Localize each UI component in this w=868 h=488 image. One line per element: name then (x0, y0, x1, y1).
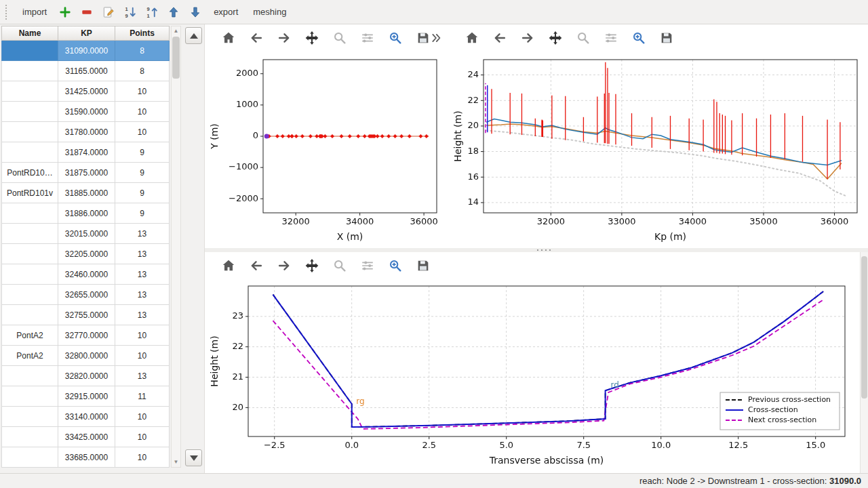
cell-name[interactable] (1, 447, 58, 468)
table-row[interactable]: 32205.000013 (1, 244, 170, 264)
cell-points[interactable]: 11 (115, 386, 170, 407)
customize-button[interactable] (630, 29, 648, 47)
cell-points[interactable]: 10 (115, 427, 170, 447)
cell-name[interactable]: PontA2 (1, 346, 58, 366)
cell-kp[interactable]: 31165.0000 (58, 61, 115, 81)
plan-view-plot[interactable] (206, 52, 445, 247)
cell-kp[interactable]: 31886.0000 (58, 203, 115, 224)
cell-kp[interactable]: 32915.0000 (58, 386, 115, 407)
cross-section-plot[interactable] (206, 279, 857, 472)
cell-points[interactable]: 8 (115, 41, 170, 61)
cell-points[interactable]: 9 (115, 203, 170, 224)
cell-kp[interactable]: 31090.0000 (58, 41, 115, 61)
cell-points[interactable]: 9 (115, 163, 170, 183)
pan-button[interactable] (303, 29, 321, 47)
table-row[interactable]: 33685.000010 (1, 447, 170, 468)
zoom-button[interactable] (331, 257, 349, 274)
cell-points[interactable]: 10 (115, 447, 170, 468)
home-button[interactable] (463, 29, 481, 47)
cell-points[interactable]: 10 (115, 102, 170, 122)
table-row[interactable]: PontRD10…31875.00009 (1, 163, 170, 183)
pan-button[interactable] (547, 29, 564, 47)
cell-kp[interactable]: 32205.0000 (58, 244, 115, 264)
forward-button[interactable] (519, 29, 536, 47)
column-header-name[interactable]: Name (1, 26, 58, 41)
cell-name[interactable] (1, 122, 58, 142)
cell-name[interactable] (1, 102, 58, 122)
sort-ascending-button[interactable] (120, 3, 140, 22)
column-header-points[interactable]: Points (115, 26, 170, 41)
cell-points[interactable]: 10 (115, 407, 170, 427)
back-button[interactable] (491, 29, 509, 47)
cell-name[interactable]: PontA2 (1, 325, 58, 346)
cell-kp[interactable]: 32460.0000 (58, 264, 115, 285)
menu-export[interactable]: export (207, 3, 245, 20)
table-row[interactable]: 32655.000013 (1, 285, 170, 305)
cell-name[interactable] (1, 41, 58, 61)
save-button[interactable] (414, 257, 432, 274)
remove-cross-section-button[interactable] (77, 3, 97, 22)
table-row[interactable]: 33140.000010 (1, 407, 170, 427)
cell-points[interactable]: 9 (115, 142, 170, 163)
table-row[interactable]: 31780.000010 (1, 122, 170, 142)
cell-name[interactable] (1, 61, 58, 81)
forward-button[interactable] (275, 29, 293, 47)
previous-cross-section-button[interactable] (185, 27, 202, 44)
table-row[interactable]: 33425.000010 (1, 427, 170, 447)
cell-name[interactable] (1, 142, 58, 163)
cell-kp[interactable]: 33685.0000 (58, 447, 115, 468)
menu-meshing[interactable]: meshing (246, 3, 293, 20)
table-row[interactable]: 32460.000013 (1, 264, 170, 285)
toolbar-grip[interactable] (5, 5, 9, 20)
cell-kp[interactable]: 31780.0000 (58, 122, 115, 142)
profile-plot[interactable] (450, 52, 867, 247)
zoom-button[interactable] (574, 29, 592, 47)
table-row[interactable]: 32755.000013 (1, 305, 170, 325)
table-row[interactable]: 31425.000010 (1, 81, 170, 102)
table-row[interactable]: 31165.00008 (1, 61, 170, 81)
add-cross-section-button[interactable] (55, 3, 75, 22)
column-header-kp[interactable]: KP (58, 26, 115, 41)
cell-kp[interactable]: 33425.0000 (58, 427, 115, 447)
cell-kp[interactable]: 32820.0000 (58, 366, 115, 386)
cell-points[interactable]: 13 (115, 305, 170, 325)
cell-points[interactable]: 10 (115, 325, 170, 346)
edit-cross-section-button[interactable] (98, 3, 119, 22)
sort-descending-button[interactable] (142, 3, 162, 22)
customize-button[interactable] (387, 257, 404, 274)
cell-kp[interactable]: 32015.0000 (58, 224, 115, 244)
pan-button[interactable] (303, 257, 321, 274)
cell-kp[interactable]: 31425.0000 (58, 81, 115, 102)
zoom-button[interactable] (331, 29, 349, 47)
scroll-down-button[interactable]: ▼ (172, 458, 180, 467)
toolbar-overflow-button[interactable] (427, 29, 444, 47)
cell-points[interactable]: 10 (115, 81, 170, 102)
cell-points[interactable]: 13 (115, 264, 170, 285)
cell-name[interactable] (1, 386, 58, 407)
cell-kp[interactable]: 32800.0000 (58, 346, 115, 366)
cell-name[interactable]: PontRD10… (1, 163, 58, 183)
cell-points[interactable]: 13 (115, 244, 170, 264)
cell-name[interactable] (1, 407, 58, 427)
cell-name[interactable] (1, 305, 58, 325)
subplots-button[interactable] (359, 29, 376, 47)
cell-points[interactable]: 10 (115, 122, 170, 142)
table-row[interactable]: 31874.00009 (1, 142, 170, 163)
vertical-scrollbar[interactable] (860, 252, 868, 473)
table-scrollbar[interactable]: ▲ ▼ (171, 26, 181, 468)
table-row[interactable]: PontRD101v31885.00009 (1, 183, 170, 203)
customize-button[interactable] (387, 29, 404, 47)
cell-points[interactable]: 13 (115, 285, 170, 305)
cell-kp[interactable]: 32755.0000 (58, 305, 115, 325)
cell-name[interactable] (1, 224, 58, 244)
cell-name[interactable] (1, 264, 58, 285)
back-button[interactable] (248, 29, 265, 47)
menu-import[interactable]: import (16, 3, 54, 20)
move-up-button[interactable] (163, 3, 184, 22)
home-button[interactable] (220, 29, 237, 47)
subplots-button[interactable] (359, 257, 376, 274)
cell-name[interactable] (1, 203, 58, 224)
cell-points[interactable]: 13 (115, 366, 170, 386)
table-row[interactable]: 32915.000011 (1, 386, 170, 407)
cell-kp[interactable]: 33140.0000 (58, 407, 115, 427)
